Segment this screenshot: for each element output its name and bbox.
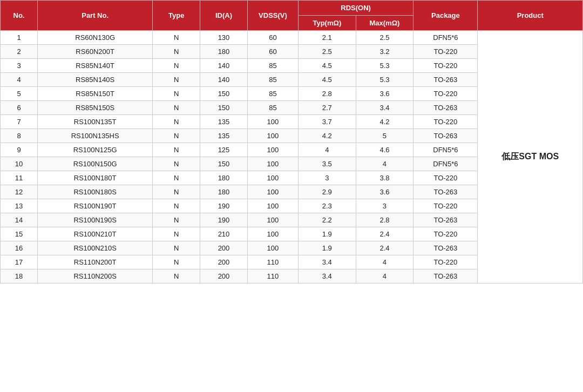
cell-id: 130 [200, 31, 248, 45]
cell-typ: 2.5 [299, 45, 356, 59]
cell-vdss: 100 [247, 227, 298, 241]
header-max: Max(mΩ) [356, 16, 413, 31]
cell-vdss: 100 [247, 143, 298, 157]
cell-no: 3 [1, 59, 38, 73]
cell-type: N [153, 199, 200, 213]
cell-typ: 3 [299, 171, 356, 185]
cell-type: N [153, 73, 200, 87]
cell-vdss: 100 [247, 157, 298, 171]
table-row: 1RS60N130GN130602.12.5DFN5*6低压SGT MOS [1, 31, 583, 45]
cell-vdss: 85 [247, 73, 298, 87]
cell-part-no: RS110N200T [38, 255, 153, 269]
cell-no: 4 [1, 73, 38, 87]
cell-id: 140 [200, 59, 248, 73]
cell-part-no: RS85N140T [38, 59, 153, 73]
cell-no: 18 [1, 269, 38, 283]
cell-vdss: 100 [247, 199, 298, 213]
cell-type: N [153, 241, 200, 255]
cell-id: 150 [200, 101, 248, 115]
cell-no: 2 [1, 45, 38, 59]
cell-typ: 2.9 [299, 185, 356, 199]
cell-part-no: RS100N210S [38, 241, 153, 255]
header-row-1: No. Part No. Type ID(A) VDSS(V) RDS(ON) … [1, 1, 583, 16]
cell-no: 1 [1, 31, 38, 45]
cell-typ: 2.2 [299, 213, 356, 227]
cell-part-no: RS110N200S [38, 269, 153, 283]
cell-pkg: TO-220 [413, 59, 478, 73]
cell-pkg: DFN5*6 [413, 31, 478, 45]
cell-vdss: 110 [247, 269, 298, 283]
cell-typ: 4.5 [299, 73, 356, 87]
cell-no: 16 [1, 241, 38, 255]
cell-id: 200 [200, 241, 248, 255]
cell-max: 5 [356, 129, 413, 143]
cell-id: 150 [200, 157, 248, 171]
cell-max: 2.4 [356, 241, 413, 255]
header-part-no: Part No. [38, 1, 153, 31]
cell-pkg: TO-263 [413, 101, 478, 115]
cell-typ: 3.4 [299, 269, 356, 283]
cell-id: 190 [200, 199, 248, 213]
cell-typ: 4.2 [299, 129, 356, 143]
cell-part-no: RS100N210T [38, 227, 153, 241]
cell-type: N [153, 157, 200, 171]
table-body: 1RS60N130GN130602.12.5DFN5*6低压SGT MOS2RS… [1, 31, 583, 283]
cell-pkg: TO-263 [413, 73, 478, 87]
cell-id: 150 [200, 87, 248, 101]
cell-id: 140 [200, 73, 248, 87]
header-id: ID(A) [200, 1, 248, 31]
cell-max: 4 [356, 157, 413, 171]
cell-pkg: TO-220 [413, 255, 478, 269]
cell-no: 13 [1, 199, 38, 213]
cell-type: N [153, 185, 200, 199]
cell-part-no: RS100N135HS [38, 129, 153, 143]
cell-type: N [153, 87, 200, 101]
header-product: Product [478, 1, 583, 31]
cell-no: 6 [1, 101, 38, 115]
cell-no: 5 [1, 87, 38, 101]
cell-typ: 4.5 [299, 59, 356, 73]
cell-type: N [153, 171, 200, 185]
cell-type: N [153, 213, 200, 227]
cell-part-no: RS100N125G [38, 143, 153, 157]
header-no: No. [1, 1, 38, 31]
cell-vdss: 100 [247, 171, 298, 185]
cell-vdss: 110 [247, 255, 298, 269]
cell-id: 200 [200, 255, 248, 269]
cell-typ: 2.3 [299, 199, 356, 213]
cell-no: 8 [1, 129, 38, 143]
cell-max: 3 [356, 199, 413, 213]
header-vdss: VDSS(V) [247, 1, 298, 31]
cell-id: 135 [200, 115, 248, 129]
cell-typ: 4 [299, 143, 356, 157]
cell-part-no: RS60N200T [38, 45, 153, 59]
cell-part-no: RS60N130G [38, 31, 153, 45]
cell-part-no: RS100N180S [38, 185, 153, 199]
cell-vdss: 100 [247, 129, 298, 143]
cell-no: 10 [1, 157, 38, 171]
header-type: Type [153, 1, 200, 31]
cell-type: N [153, 31, 200, 45]
cell-pkg: TO-220 [413, 115, 478, 129]
cell-id: 125 [200, 143, 248, 157]
cell-pkg: TO-220 [413, 227, 478, 241]
cell-no: 9 [1, 143, 38, 157]
cell-typ: 2.7 [299, 101, 356, 115]
cell-pkg: TO-263 [413, 129, 478, 143]
cell-id: 190 [200, 213, 248, 227]
cell-typ: 1.9 [299, 241, 356, 255]
cell-max: 5.3 [356, 73, 413, 87]
cell-no: 17 [1, 255, 38, 269]
cell-type: N [153, 227, 200, 241]
cell-no: 15 [1, 227, 38, 241]
cell-pkg: TO-220 [413, 87, 478, 101]
cell-vdss: 85 [247, 101, 298, 115]
cell-typ: 1.9 [299, 227, 356, 241]
cell-id: 180 [200, 45, 248, 59]
cell-type: N [153, 269, 200, 283]
cell-pkg: TO-263 [413, 213, 478, 227]
cell-vdss: 100 [247, 213, 298, 227]
cell-max: 3.2 [356, 45, 413, 59]
cell-part-no: RS100N190S [38, 213, 153, 227]
cell-type: N [153, 45, 200, 59]
